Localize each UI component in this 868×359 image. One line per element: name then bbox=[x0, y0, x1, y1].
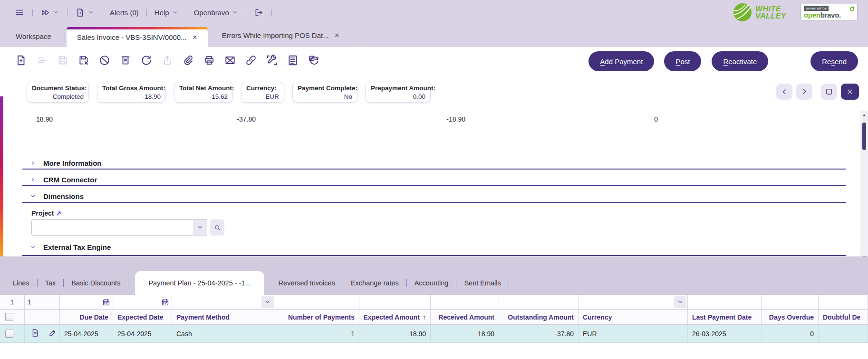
child-tab-lines[interactable]: Lines bbox=[13, 279, 29, 287]
project-search-button[interactable] bbox=[210, 219, 224, 236]
row-select-checkbox[interactable] bbox=[5, 330, 13, 338]
filter-cell-days_overdue[interactable] bbox=[762, 295, 819, 310]
child-tab-basic-discounts[interactable]: Basic Discounts bbox=[71, 279, 120, 287]
tab-errors-while-importing-pos-dat[interactable]: Errors While Importing POS Dat...× bbox=[208, 30, 353, 47]
print-record-icon[interactable] bbox=[286, 54, 299, 66]
next-record-button[interactable] bbox=[796, 84, 812, 100]
row-cell-doubtful_debt[interactable] bbox=[819, 325, 868, 343]
row-cell-payment_method[interactable]: Cash bbox=[172, 325, 275, 343]
column-header-received_amount[interactable]: Received Amount bbox=[431, 310, 499, 325]
filter-cell-currency[interactable] bbox=[579, 295, 688, 310]
row-cell-expected_amount[interactable]: -18.90 bbox=[359, 325, 431, 343]
logout-icon[interactable] bbox=[254, 8, 264, 18]
section-divider bbox=[22, 255, 846, 256]
section-crm-connector[interactable]: CRM Connector bbox=[29, 175, 97, 184]
tab-sales-invoice-vbs-3sinv-0000[interactable]: Sales Invoice - VBS-3SINV/0000...× bbox=[67, 27, 208, 47]
child-tab-reversed-invoices[interactable]: Reversed Invoices bbox=[279, 279, 335, 287]
maximize-button[interactable] bbox=[821, 84, 837, 100]
refresh-icon[interactable] bbox=[140, 54, 153, 66]
filter-cell-select: 1 bbox=[25, 295, 60, 310]
close-tab-icon[interactable]: × bbox=[335, 31, 339, 39]
child-tab-accounting[interactable]: Accounting bbox=[415, 279, 449, 287]
edit-record-icon[interactable] bbox=[48, 329, 57, 339]
close-tab-icon[interactable]: × bbox=[193, 33, 197, 41]
row-cell-last_payment_date[interactable]: 26-03-2025 bbox=[688, 325, 762, 343]
new-document-icon[interactable] bbox=[14, 54, 27, 66]
email-icon[interactable] bbox=[223, 54, 236, 66]
tab-workspace[interactable]: Workspace bbox=[16, 32, 51, 47]
tools-icon[interactable] bbox=[265, 54, 278, 66]
column-header-last_payment_date[interactable]: Last Payment Date bbox=[688, 310, 762, 325]
filter-cell-payment_method[interactable] bbox=[172, 295, 275, 310]
row-cell-number_of_payments[interactable]: 1 bbox=[275, 325, 359, 343]
cancel-icon[interactable] bbox=[98, 54, 111, 66]
row-cell-outstanding_amount[interactable]: -37.80 bbox=[499, 325, 579, 343]
topbar-separator bbox=[32, 9, 33, 16]
project-input[interactable] bbox=[31, 219, 193, 236]
user-menu[interactable]: Openbravo bbox=[194, 9, 238, 17]
alerts-menu[interactable]: Alerts (0) bbox=[110, 9, 139, 17]
column-header-currency[interactable]: Currency bbox=[579, 310, 688, 325]
filter-cell-received_amount[interactable] bbox=[431, 295, 499, 310]
attachment-icon[interactable] bbox=[182, 54, 194, 66]
hamburger-menu-icon[interactable] bbox=[14, 7, 25, 18]
reactivate-button[interactable]: Reactivate bbox=[712, 51, 768, 71]
column-header-due_date[interactable]: Due Date bbox=[60, 310, 113, 325]
filter-dropdown-icon[interactable] bbox=[674, 296, 686, 308]
form-scrollbar-thumb[interactable] bbox=[862, 123, 866, 150]
help-menu[interactable]: Help bbox=[154, 9, 178, 17]
quick-launch-menu[interactable] bbox=[40, 8, 59, 18]
select-all-checkbox[interactable] bbox=[5, 313, 13, 321]
filter-cell-last_payment_date[interactable] bbox=[688, 295, 762, 310]
column-header-doubtful_debt[interactable]: Doubtful De bbox=[819, 310, 868, 325]
section-more-information[interactable]: More Information bbox=[29, 158, 102, 168]
add-payment-button[interactable]: Add Payment bbox=[588, 51, 654, 71]
column-header-payment_method[interactable]: Payment Method bbox=[172, 310, 275, 325]
filter-cell-expected_date[interactable] bbox=[113, 295, 172, 310]
column-header-outstanding_amount[interactable]: Outstanding Amount bbox=[499, 310, 579, 325]
external-link-icon[interactable]: ↗ bbox=[56, 209, 61, 217]
row-cell-expected_date[interactable]: 25-04-2025 bbox=[113, 325, 172, 343]
delete-icon[interactable] bbox=[119, 54, 132, 66]
filter-cell-number_of_payments[interactable] bbox=[275, 295, 359, 310]
chevron-down-icon bbox=[172, 9, 178, 16]
calendar-icon[interactable] bbox=[102, 298, 111, 307]
quick-create-menu[interactable] bbox=[75, 8, 94, 18]
project-dropdown-button[interactable] bbox=[193, 219, 207, 236]
filter-cell-doubtful_debt[interactable] bbox=[819, 295, 868, 310]
child-tab-sent-emails[interactable]: Sent Emails bbox=[464, 279, 501, 287]
column-header-select bbox=[25, 310, 60, 325]
print-icon[interactable] bbox=[203, 54, 215, 66]
child-tab-payment-plan-25-04-2025-1[interactable]: Payment Plan - 25-04-2025 - -1... bbox=[135, 271, 264, 295]
previous-record-button[interactable] bbox=[776, 84, 792, 100]
close-form-button[interactable] bbox=[841, 84, 859, 100]
status-field-label: Prepayment Amount: bbox=[371, 85, 425, 92]
row-cell-select[interactable] bbox=[25, 325, 60, 343]
audit-trail-icon[interactable] bbox=[307, 54, 320, 66]
link-icon[interactable] bbox=[244, 54, 257, 66]
column-header-number_of_payments[interactable]: Number of Payments bbox=[275, 310, 359, 325]
post-button[interactable]: Post bbox=[664, 51, 701, 71]
row-cell-currency[interactable]: EUR bbox=[579, 325, 688, 343]
column-header-expected_date[interactable]: Expected Date bbox=[113, 310, 172, 325]
scroll-up-icon[interactable] bbox=[861, 112, 868, 119]
child-tab-exchange-rates[interactable]: Exchange rates bbox=[351, 279, 399, 287]
column-header-expected_amount[interactable]: Expected Amount↑ bbox=[359, 310, 431, 325]
row-cell-rownum[interactable] bbox=[0, 325, 25, 343]
filter-dropdown-icon[interactable] bbox=[261, 296, 274, 308]
grid-data-row[interactable]: 25-04-202525-04-2025Cash1-18.9018.90-37.… bbox=[0, 325, 868, 343]
row-cell-days_overdue[interactable]: 0 bbox=[762, 325, 819, 343]
calendar-icon[interactable] bbox=[161, 298, 170, 307]
section-external-tax-engine[interactable]: External Tax Engine bbox=[29, 242, 111, 252]
child-tab-tax[interactable]: Tax bbox=[45, 279, 56, 287]
view-record-icon[interactable] bbox=[30, 328, 40, 339]
row-cell-received_amount[interactable]: 18.90 bbox=[431, 325, 499, 343]
resend-button[interactable]: Resend bbox=[810, 51, 858, 71]
undo-changes-icon[interactable] bbox=[77, 54, 90, 66]
column-header-days_overdue[interactable]: Days Overdue bbox=[762, 310, 819, 325]
filter-cell-outstanding_amount[interactable] bbox=[499, 295, 579, 310]
filter-cell-expected_amount[interactable] bbox=[359, 295, 431, 310]
row-cell-due_date[interactable]: 25-04-2025 bbox=[60, 325, 113, 343]
filter-cell-due_date[interactable] bbox=[60, 295, 113, 310]
section-dimensions[interactable]: Dimensions bbox=[29, 191, 84, 201]
